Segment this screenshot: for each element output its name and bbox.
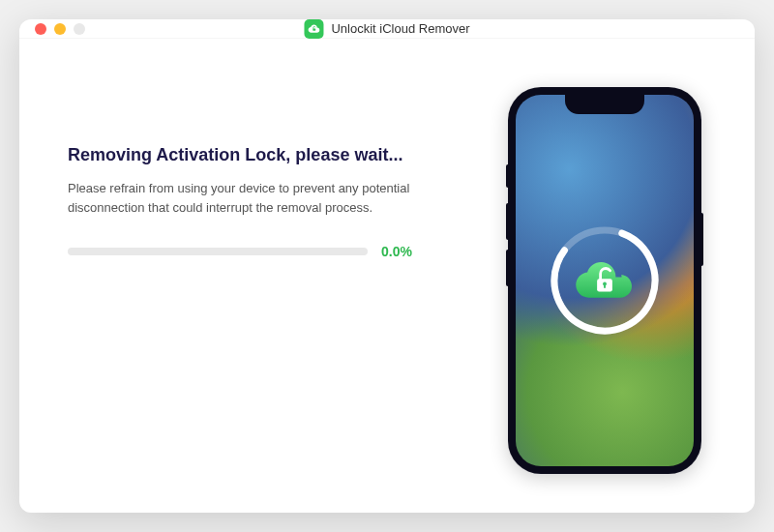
spinner-wrap [547, 222, 663, 339]
svg-point-2 [547, 222, 663, 339]
phone-mockup [508, 87, 701, 474]
maximize-button[interactable] [74, 23, 85, 35]
content-area: Removing Activation Lock, please wait...… [19, 39, 755, 513]
right-pane [493, 87, 716, 474]
title-center: Unlockit iCloud Remover [304, 19, 469, 39]
phone-screen [516, 95, 694, 466]
phone-power-button [700, 213, 703, 266]
phone-volume-up [506, 203, 509, 240]
loading-spinner-icon [547, 222, 663, 339]
app-window: Unlockit iCloud Remover Removing Activat… [19, 19, 755, 513]
phone-volume-down [506, 250, 509, 286]
page-heading: Removing Activation Lock, please wait... [68, 145, 474, 165]
progress-row: 0.0% [68, 244, 474, 259]
progress-bar [68, 248, 368, 255]
app-icon [304, 19, 323, 39]
progress-percent: 0.0% [381, 244, 412, 259]
description-text: Please refrain from using your device to… [68, 179, 416, 217]
minimize-button[interactable] [54, 23, 66, 35]
titlebar: Unlockit iCloud Remover [19, 19, 755, 39]
phone-silent-switch [506, 164, 509, 188]
close-button[interactable] [35, 23, 46, 35]
window-controls [35, 23, 85, 35]
left-pane: Removing Activation Lock, please wait...… [68, 87, 493, 474]
app-title: Unlockit iCloud Remover [331, 21, 469, 36]
phone-notch [565, 95, 644, 114]
